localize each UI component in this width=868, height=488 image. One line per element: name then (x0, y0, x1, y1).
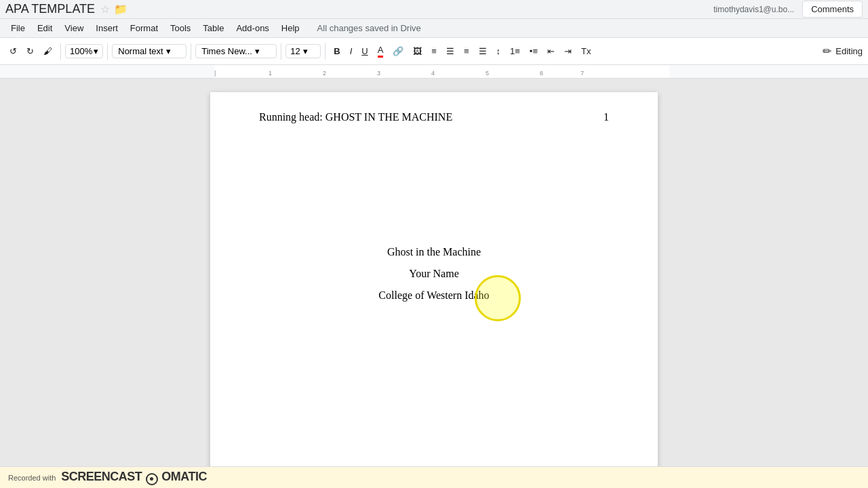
unordered-list-icon: •≡ (530, 46, 538, 56)
paint-format-button[interactable]: 🖌 (39, 43, 56, 59)
align-right-button[interactable]: ≡ (460, 43, 473, 59)
ruler-mark-7: 7 (580, 70, 584, 77)
align-left-icon: ≡ (431, 46, 437, 56)
align-center-button[interactable]: ☰ (442, 43, 458, 59)
font-color-icon: A (378, 45, 384, 58)
ruler-mark-2: 2 (323, 70, 326, 77)
font-color-button[interactable]: A (374, 42, 388, 60)
italic-button[interactable]: I (346, 43, 357, 59)
line-spacing-icon: ↕ (496, 46, 501, 56)
ruler-mark-6: 6 (540, 70, 543, 77)
redo-button[interactable]: ↻ (22, 43, 38, 59)
redo-icon: ↻ (26, 46, 34, 56)
toolbar-separator-5 (325, 43, 326, 60)
image-button[interactable]: 🖼 (409, 43, 426, 59)
indent-increase-icon: ⇥ (564, 46, 572, 56)
menu-addons[interactable]: Add-ons (231, 22, 274, 35)
indent-increase-button[interactable]: ⇥ (560, 43, 576, 59)
link-icon: 🔗 (393, 46, 403, 56)
align-center-icon: ☰ (446, 46, 454, 56)
comments-button[interactable]: Comments (802, 1, 863, 18)
indent-decrease-icon: ⇤ (547, 46, 555, 56)
font-selector[interactable]: Times New... ▾ (195, 44, 277, 58)
underline-button[interactable]: U (357, 43, 372, 59)
paragraph-style-selector[interactable]: Normal text ▾ (112, 44, 186, 58)
menu-file[interactable]: File (5, 22, 31, 35)
toolbar-separator-1 (60, 43, 61, 60)
recorded-with-label: Recorded with (8, 474, 56, 482)
ruler: | 1 2 3 4 5 6 7 (0, 65, 868, 79)
page-header: Running head: GHOST IN THE MACHINE 1 (259, 111, 609, 123)
title-bar: APA TEMPLATE ☆ 📁 timothydavis1@u.bo... C… (0, 0, 868, 19)
menu-format[interactable]: Format (125, 22, 163, 35)
paint-icon: 🖌 (43, 46, 52, 56)
page-body[interactable]: Ghost in the Machine Your Name College o… (259, 241, 609, 306)
ordered-list-icon: 1≡ (510, 46, 520, 56)
folder-icon[interactable]: 📁 (114, 3, 127, 16)
font-size-arrow-icon: ▾ (303, 46, 308, 56)
toolbar: ↺ ↻ 🖌 100% ▾ Normal text ▾ Times New... … (0, 38, 868, 65)
align-right-icon: ≡ (464, 46, 469, 56)
toolbar-separator-2 (107, 43, 108, 60)
toolbar-separator-4 (281, 43, 281, 60)
menu-bar: File Edit View Insert Format Tools Table… (0, 19, 868, 38)
ruler-mark-3: 3 (377, 70, 380, 77)
zoom-selector[interactable]: 100% ▾ (65, 44, 103, 58)
bottom-bar: Recorded with SCREENCAST OMATIC (0, 466, 868, 488)
document-area[interactable]: Running head: GHOST IN THE MACHINE 1 Gho… (0, 79, 868, 466)
paper-author: Your Name (259, 263, 609, 285)
undo-button[interactable]: ↺ (5, 43, 21, 59)
font-arrow-icon: ▾ (255, 46, 260, 56)
editing-label: Editing (835, 46, 863, 56)
screencast-circle-icon (146, 473, 158, 485)
screencast-suffix: OMATIC (161, 470, 207, 483)
paragraph-style-value: Normal text (118, 46, 163, 56)
paper-title: Ghost in the Machine (259, 241, 609, 263)
clear-formatting-icon: Tx (581, 46, 591, 56)
menu-edit[interactable]: Edit (32, 22, 58, 35)
bold-button[interactable]: B (330, 43, 344, 59)
running-head: Running head: GHOST IN THE MACHINE (259, 111, 452, 123)
menu-table[interactable]: Table (197, 22, 229, 35)
menu-help[interactable]: Help (276, 22, 305, 35)
font-size-value: 12 (290, 46, 300, 56)
justify-icon: ☰ (479, 46, 487, 56)
paper-institution: College of Western Idaho (259, 285, 609, 306)
line-spacing-button[interactable]: ↕ (492, 43, 505, 59)
ruler-mark-5: 5 (486, 70, 489, 77)
document-page[interactable]: Running head: GHOST IN THE MACHINE 1 Gho… (210, 92, 658, 466)
save-status: All changes saved in Drive (317, 23, 421, 33)
undo-icon: ↺ (9, 46, 17, 56)
menu-view[interactable]: View (59, 22, 89, 35)
indent-decrease-button[interactable]: ⇤ (543, 43, 559, 59)
toolbar-separator-3 (191, 43, 191, 60)
menu-insert[interactable]: Insert (90, 22, 123, 35)
user-info: timothydavis1@u.bo... (713, 5, 794, 14)
page-number: 1 (604, 111, 609, 123)
ruler-mark-4: 4 (431, 70, 435, 77)
paragraph-style-arrow-icon: ▾ (166, 46, 171, 56)
editing-indicator: ✏ Editing (823, 45, 863, 58)
document-title[interactable]: APA TEMPLATE (5, 2, 95, 16)
justify-button[interactable]: ☰ (475, 43, 491, 59)
font-size-selector[interactable]: 12 ▾ (285, 44, 321, 58)
star-icon[interactable]: ☆ (100, 3, 110, 16)
menu-tools[interactable]: Tools (165, 22, 196, 35)
screencast-brand: SCREENCAST (61, 470, 142, 483)
zoom-arrow-icon: ▾ (94, 46, 98, 56)
zoom-value: 100% (70, 46, 92, 56)
ruler-inner: | 1 2 3 4 5 6 7 (214, 65, 669, 78)
link-button[interactable]: 🔗 (389, 43, 408, 59)
ordered-list-button[interactable]: 1≡ (506, 43, 524, 59)
align-left-button[interactable]: ≡ (427, 43, 441, 59)
image-icon: 🖼 (413, 46, 422, 56)
font-value: Times New... (201, 46, 252, 56)
screencast-text: SCREENCAST OMATIC (61, 470, 207, 485)
ruler-mark-0: | (214, 70, 216, 77)
ruler-mark-1: 1 (269, 70, 272, 77)
clear-formatting-button[interactable]: Tx (577, 43, 595, 59)
unordered-list-button[interactable]: •≡ (526, 43, 542, 59)
screencast-logo: Recorded with SCREENCAST OMATIC (8, 470, 207, 485)
pencil-icon: ✏ (823, 45, 831, 58)
